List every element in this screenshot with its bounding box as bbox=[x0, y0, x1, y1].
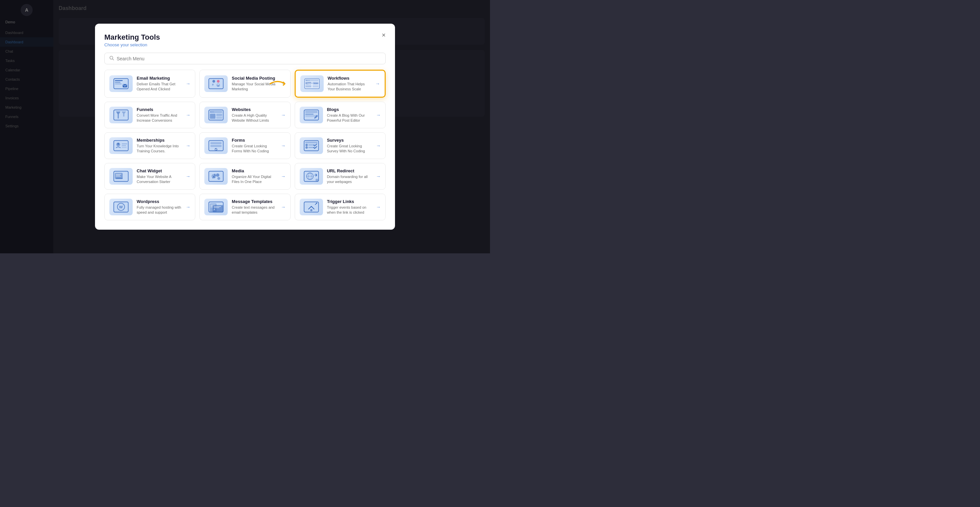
svg-point-63 bbox=[216, 173, 220, 176]
media-name: Media bbox=[232, 168, 277, 173]
tool-card-funnels[interactable]: Funnels Convert More Traffic And Increas… bbox=[104, 102, 195, 128]
svg-rect-34 bbox=[305, 111, 317, 113]
email-marketing-info: Email Marketing Deliver Emails That Get … bbox=[137, 76, 182, 92]
surveys-desc: Create Great Looking Survey With No Codi… bbox=[327, 144, 372, 154]
close-button[interactable]: × bbox=[379, 30, 388, 40]
tool-card-email-marketing[interactable]: Email Marketing Deliver Emails That Get … bbox=[104, 70, 195, 98]
svg-rect-24 bbox=[114, 110, 128, 120]
url-redirect-arrow: → bbox=[376, 174, 381, 179]
funnels-icon bbox=[109, 106, 133, 123]
email-marketing-arrow: → bbox=[186, 81, 190, 86]
memberships-icon bbox=[109, 137, 133, 154]
svg-text:Action: Action bbox=[313, 82, 318, 84]
workflows-name: Workflows bbox=[328, 76, 371, 81]
message-templates-arrow: → bbox=[281, 204, 286, 210]
tool-card-media[interactable]: Media Organize All Your Digital Files In… bbox=[199, 163, 290, 190]
websites-name: Websites bbox=[232, 107, 277, 112]
svg-rect-75 bbox=[211, 205, 216, 205]
message-templates-name: Message Templates bbox=[232, 199, 277, 204]
tool-card-wordpress[interactable]: W Wordpress Fully managed hosting with s… bbox=[104, 194, 195, 220]
wordpress-icon: W bbox=[109, 199, 133, 215]
svg-point-83 bbox=[310, 209, 312, 211]
svg-rect-7 bbox=[209, 79, 223, 89]
memberships-arrow: → bbox=[186, 143, 190, 148]
url-redirect-info: URL Redirect Domain forwarding for all y… bbox=[327, 168, 372, 185]
tool-card-message-templates[interactable]: A Message Templates Create text messages… bbox=[199, 194, 290, 220]
tool-card-blogs[interactable]: Blogs Create A Blog With Our Powerful Po… bbox=[295, 102, 386, 128]
svg-text:A: A bbox=[214, 208, 215, 211]
tool-card-workflows[interactable]: Trigger Action Workflows Automation That… bbox=[295, 70, 386, 98]
funnels-desc: Convert More Traffic And Increase Conver… bbox=[137, 113, 182, 123]
forms-desc: Create Great Looking Forms With No Codin… bbox=[232, 144, 277, 154]
tool-card-memberships[interactable]: Memberships Turn Your Knowledge Into Tra… bbox=[104, 132, 195, 159]
surveys-name: Surveys bbox=[327, 138, 372, 143]
url-redirect-name: URL Redirect bbox=[327, 168, 372, 173]
surveys-info: Surveys Create Great Looking Survey With… bbox=[327, 138, 372, 154]
blogs-info: Blogs Create A Blog With Our Powerful Po… bbox=[327, 107, 372, 123]
email-marketing-icon bbox=[109, 75, 133, 92]
blogs-name: Blogs bbox=[327, 107, 372, 112]
svg-line-1 bbox=[113, 59, 114, 60]
svg-rect-22 bbox=[305, 85, 311, 87]
svg-rect-60 bbox=[116, 176, 121, 177]
tool-card-url-redirect[interactable]: URL Redirect Domain forwarding for all y… bbox=[295, 163, 386, 190]
websites-desc: Create A High Quality Website Without Li… bbox=[232, 113, 277, 123]
workflows-desc: Automation That Helps Your Business Scal… bbox=[328, 82, 371, 92]
chat-widget-info: Chat Widget Make Your Website A Conversa… bbox=[137, 168, 182, 185]
svg-point-8 bbox=[212, 80, 215, 83]
svg-point-27 bbox=[210, 112, 212, 113]
svg-rect-46 bbox=[211, 145, 222, 147]
websites-info: Websites Create A High Quality Website W… bbox=[232, 107, 277, 123]
blogs-icon bbox=[300, 106, 323, 123]
funnels-arrow: → bbox=[186, 112, 190, 118]
svg-point-9 bbox=[217, 80, 220, 83]
svg-rect-32 bbox=[216, 117, 222, 119]
svg-rect-36 bbox=[305, 115, 316, 116]
search-input[interactable] bbox=[117, 56, 381, 61]
memberships-desc: Turn Your Knowledge Into Training Course… bbox=[137, 144, 182, 154]
message-templates-info: Message Templates Create text messages a… bbox=[232, 199, 277, 215]
svg-point-51 bbox=[306, 145, 307, 146]
search-bar bbox=[104, 52, 386, 64]
tool-card-websites[interactable]: Websites Create A High Quality Website W… bbox=[199, 102, 290, 128]
svg-rect-31 bbox=[216, 114, 222, 116]
message-templates-desc: Create text messages and email templates bbox=[232, 205, 277, 215]
svg-rect-58 bbox=[116, 174, 121, 175]
modal-overlay[interactable]: Marketing Tools Choose your selection × bbox=[0, 0, 490, 253]
memberships-info: Memberships Turn Your Knowledge Into Tra… bbox=[137, 138, 182, 154]
tool-card-surveys[interactable]: Surveys Create Great Looking Survey With… bbox=[295, 132, 386, 159]
tool-card-forms[interactable]: Forms Create Great Looking Forms With No… bbox=[199, 132, 290, 159]
modal-subtitle: Choose your selection bbox=[104, 42, 386, 47]
svg-point-54 bbox=[306, 147, 307, 148]
forms-arrow: → bbox=[281, 143, 286, 148]
surveys-icon bbox=[300, 137, 323, 154]
url-redirect-desc: Domain forwarding for all your webpages bbox=[327, 174, 372, 185]
media-info: Media Organize All Your Digital Files In… bbox=[232, 168, 277, 185]
forms-icon bbox=[204, 137, 228, 154]
tool-card-chat-widget[interactable]: Chat Widget Make Your Website A Conversa… bbox=[104, 163, 195, 190]
funnels-info: Funnels Convert More Traffic And Increas… bbox=[137, 107, 182, 123]
trigger-links-arrow: → bbox=[376, 204, 381, 210]
forms-name: Forms bbox=[232, 138, 277, 143]
chat-widget-arrow: → bbox=[186, 174, 190, 179]
svg-text:W: W bbox=[119, 205, 123, 209]
svg-rect-45 bbox=[211, 142, 222, 144]
media-desc: Organize All Your Digital Files In One P… bbox=[232, 174, 277, 185]
svg-point-28 bbox=[212, 112, 213, 113]
tool-card-trigger-links[interactable]: Trigger Links Trigger events based on wh… bbox=[295, 194, 386, 220]
surveys-arrow: → bbox=[376, 143, 381, 148]
tools-grid: Email Marketing Deliver Emails That Get … bbox=[104, 70, 386, 220]
email-marketing-desc: Deliver Emails That Get Opened And Click… bbox=[137, 82, 182, 92]
svg-rect-30 bbox=[210, 114, 216, 119]
svg-point-69 bbox=[315, 179, 318, 181]
chat-widget-desc: Make Your Website A Conversation Starter bbox=[137, 174, 182, 185]
svg-text:Trigger: Trigger bbox=[306, 82, 312, 84]
svg-point-15 bbox=[307, 80, 308, 81]
memberships-name: Memberships bbox=[137, 138, 182, 143]
message-templates-icon: A bbox=[204, 199, 228, 215]
wordpress-desc: Fully managed hosting with speed and sup… bbox=[137, 205, 182, 215]
wordpress-info: Wordpress Fully managed hosting with spe… bbox=[137, 199, 182, 215]
modal-header: Marketing Tools Choose your selection bbox=[104, 33, 386, 47]
modal-title: Marketing Tools bbox=[104, 33, 386, 42]
workflows-info: Workflows Automation That Helps Your Bus… bbox=[328, 76, 371, 92]
